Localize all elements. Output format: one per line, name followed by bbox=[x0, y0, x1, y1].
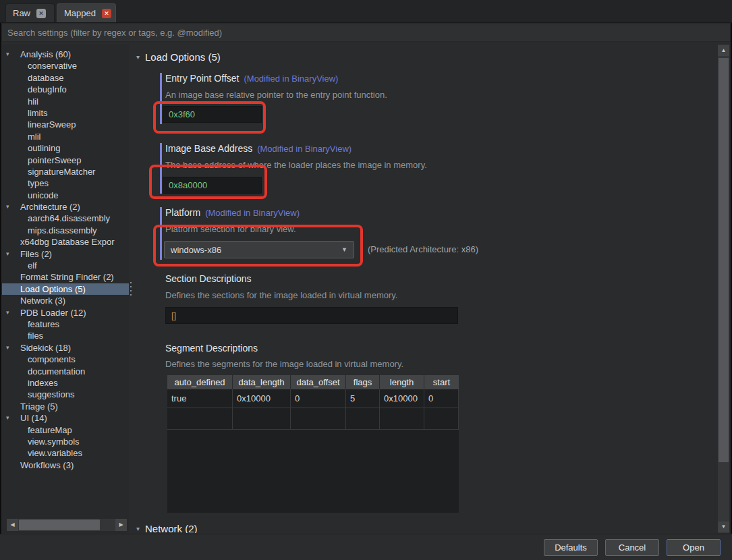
sidebar-item-linearsweep[interactable]: linearSweep bbox=[2, 119, 129, 130]
tree-collapse-arrow-icon[interactable]: ▾ bbox=[6, 49, 16, 60]
segment-table-cell[interactable]: 0 bbox=[291, 389, 346, 408]
setting-description: The base address of where the loader pla… bbox=[165, 160, 427, 170]
tree-collapse-arrow-icon[interactable]: ▾ bbox=[6, 412, 16, 424]
segment-table-column-header[interactable]: flags bbox=[346, 375, 380, 389]
segment-table-cell[interactable]: 0x10000 bbox=[233, 389, 291, 408]
tree-collapse-arrow-icon[interactable]: ▾ bbox=[6, 307, 16, 318]
sidebar-item-workflows-3[interactable]: Workflows (3) bbox=[2, 459, 129, 471]
sidebar-item-aarch64-disassembly[interactable]: aarch64.disassembly bbox=[2, 213, 129, 224]
defaults-button[interactable]: Defaults bbox=[544, 539, 598, 556]
open-button[interactable]: Open bbox=[667, 539, 721, 556]
close-tab-icon[interactable]: ✕ bbox=[36, 9, 46, 18]
segment-table-column-header[interactable]: data_length bbox=[233, 375, 291, 389]
sidebar-item-label: view.variables bbox=[28, 448, 82, 458]
sidebar-item-label: types bbox=[28, 178, 49, 188]
scrollbar-track[interactable] bbox=[18, 519, 115, 531]
close-tab-modified-icon[interactable]: ✕ bbox=[102, 9, 111, 18]
splitter-handle[interactable] bbox=[130, 282, 132, 298]
tree-collapse-arrow-icon[interactable]: ▾ bbox=[6, 248, 16, 260]
sidebar-item-view-variables[interactable]: view.variables bbox=[2, 447, 129, 459]
sidebar-item-hlil[interactable]: hlil bbox=[2, 96, 129, 107]
section-header-network[interactable]: ▾ Network (2) bbox=[136, 523, 198, 533]
open-with-options-dialog: Raw ✕ Mapped ✕ ▾Analysis (60)conservativ… bbox=[0, 0, 732, 560]
collapse-arrow-icon[interactable]: ▾ bbox=[136, 53, 140, 61]
modified-note: (Modified in BinaryView) bbox=[205, 208, 300, 218]
sidebar-item-ui-14[interactable]: ▾UI (14) bbox=[2, 412, 129, 424]
sidebar-item-x64dbg-database-expor[interactable]: x64dbg Database Expor bbox=[2, 236, 129, 248]
sidebar-item-label: conservative bbox=[28, 61, 77, 71]
sidebar-item-mlil[interactable]: mlil bbox=[2, 131, 129, 142]
sidebar-item-types[interactable]: types bbox=[2, 177, 129, 189]
settings-search-input[interactable] bbox=[1, 24, 731, 42]
scroll-left-icon[interactable]: ◀ bbox=[7, 519, 18, 531]
cancel-button[interactable]: Cancel bbox=[605, 539, 659, 556]
segment-table-column-header[interactable]: data_offset bbox=[291, 375, 346, 389]
segment-table-cell[interactable]: 5 bbox=[346, 389, 380, 408]
section-title: Load Options (5) bbox=[145, 51, 221, 63]
sidebar-item-pointersweep[interactable]: pointerSweep bbox=[2, 155, 129, 166]
sidebar-item-suggestions[interactable]: suggestions bbox=[2, 389, 129, 400]
image-base-address-input[interactable] bbox=[163, 177, 262, 194]
sidebar-item-files-2[interactable]: ▾Files (2) bbox=[2, 248, 129, 260]
sidebar-item-network-3[interactable]: Network (3) bbox=[2, 295, 129, 306]
settings-panel: ▾ Load Options (5) Entry Point Offset(Mo… bbox=[133, 45, 715, 533]
sidebar-item-features[interactable]: features bbox=[2, 318, 129, 330]
scrollbar-thumb[interactable] bbox=[19, 520, 100, 530]
setting-description: Defines the sections for the image loade… bbox=[165, 290, 397, 300]
sidebar-item-label: mlil bbox=[28, 132, 41, 142]
tab-raw[interactable]: Raw ✕ bbox=[5, 3, 55, 22]
tab-mapped[interactable]: Mapped ✕ bbox=[57, 3, 116, 22]
sidebar-item-pdb-loader-12[interactable]: ▾PDB Loader (12) bbox=[2, 307, 129, 318]
sidebar-item-conservative[interactable]: conservative bbox=[2, 60, 129, 72]
sidebar-item-label: Workflows (3) bbox=[20, 460, 74, 470]
sidebar-item-signaturematcher[interactable]: signatureMatcher bbox=[2, 166, 129, 177]
scroll-right-icon[interactable]: ▶ bbox=[115, 519, 127, 531]
sidebar-item-sidekick-18[interactable]: ▾Sidekick (18) bbox=[2, 342, 129, 354]
sidebar-item-database[interactable]: database bbox=[2, 72, 129, 84]
segment-table-column-header[interactable]: length bbox=[380, 375, 424, 389]
sidebar-item-label: Architecture (2) bbox=[20, 202, 80, 212]
sidebar-item-label: x64dbg Database Expor bbox=[20, 237, 114, 247]
segment-table-cell[interactable]: 0x10000 bbox=[380, 389, 424, 408]
sidebar-item-label: hlil bbox=[28, 96, 38, 107]
sidebar-item-limits[interactable]: limits bbox=[2, 107, 129, 119]
sidebar-item-documentation[interactable]: documentation bbox=[2, 366, 129, 377]
sidebar-item-format-string-finder-2[interactable]: Format String Finder (2) bbox=[2, 271, 129, 283]
sidebar-horizontal-scrollbar[interactable]: ◀ ▶ bbox=[7, 519, 127, 531]
platform-dropdown[interactable]: windows-x86 ▼ bbox=[164, 241, 354, 258]
sidebar-item-files[interactable]: files bbox=[2, 330, 129, 341]
sidebar-item-label: features bbox=[28, 319, 59, 329]
tree-collapse-arrow-icon[interactable]: ▾ bbox=[6, 342, 16, 354]
sidebar-item-label: aarch64.disassembly bbox=[28, 213, 110, 223]
scrollbar-thumb[interactable] bbox=[719, 58, 729, 462]
sidebar-item-elf[interactable]: elf bbox=[2, 260, 129, 271]
modified-note: (Modified in BinaryView) bbox=[244, 74, 338, 84]
segment-table-row[interactable]: true0x10000050x100000 bbox=[167, 389, 459, 408]
sidebar-item-indexes[interactable]: indexes bbox=[2, 377, 129, 389]
segment-table-cell[interactable]: true bbox=[167, 389, 233, 408]
scroll-up-icon[interactable]: ▲ bbox=[718, 45, 729, 56]
sidebar-item-label: Analysis (60) bbox=[20, 49, 71, 59]
collapse-arrow-icon[interactable]: ▾ bbox=[136, 525, 140, 532]
sidebar-item-load-options-5[interactable]: Load Options (5) bbox=[2, 283, 129, 295]
sidebar-item-outlining[interactable]: outlining bbox=[2, 142, 129, 154]
segment-table-cell[interactable]: 0 bbox=[424, 389, 459, 408]
segment-table-column-header[interactable]: start bbox=[424, 375, 459, 389]
sidebar-item-unicode[interactable]: unicode bbox=[2, 190, 129, 201]
sidebar-item-mips-disassembly[interactable]: mips.disassembly bbox=[2, 225, 129, 236]
sidebar-item-view-symbols[interactable]: view.symbols bbox=[2, 436, 129, 447]
segment-table-column-header[interactable]: auto_defined bbox=[167, 375, 233, 389]
sidebar-item-triage-5[interactable]: Triage (5) bbox=[2, 401, 129, 412]
sidebar-item-architecture-2[interactable]: ▾Architecture (2) bbox=[2, 201, 129, 213]
sidebar-item-components[interactable]: components bbox=[2, 354, 129, 365]
sidebar-item-debuginfo[interactable]: debugInfo bbox=[2, 84, 129, 95]
section-header-load-options[interactable]: ▾ Load Options (5) bbox=[136, 51, 221, 63]
scroll-down-icon[interactable]: ▼ bbox=[718, 522, 729, 532]
sidebar-item-analysis-60[interactable]: ▾Analysis (60) bbox=[2, 49, 129, 60]
sidebar-item-featuremap[interactable]: featureMap bbox=[2, 424, 129, 436]
vertical-scrollbar[interactable]: ▲ ▼ bbox=[718, 45, 729, 533]
tree-collapse-arrow-icon[interactable]: ▾ bbox=[6, 201, 16, 213]
sidebar-item-label: mips.disassembly bbox=[28, 225, 97, 235]
entry-point-offset-input[interactable] bbox=[163, 106, 262, 123]
section-descriptions-input[interactable] bbox=[165, 307, 458, 324]
